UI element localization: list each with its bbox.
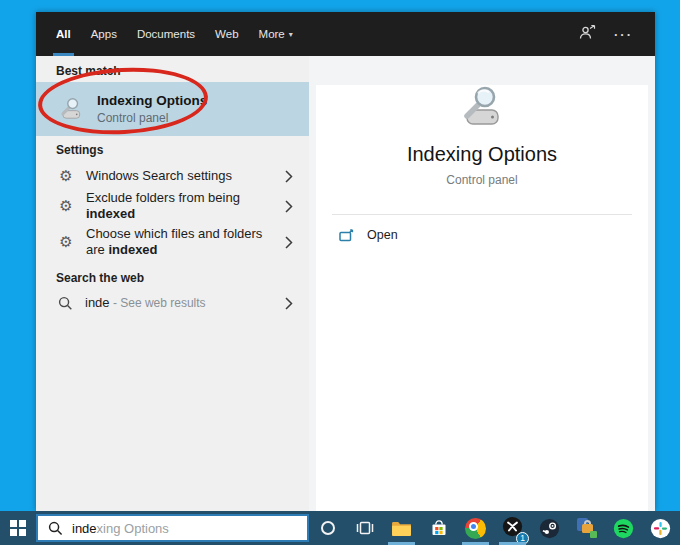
file-explorer-button[interactable] bbox=[383, 511, 420, 545]
settings-section-label: Settings bbox=[56, 143, 309, 157]
best-match-section-label: Best match bbox=[56, 56, 309, 78]
steam-icon bbox=[539, 518, 560, 539]
result-label: Exclude folders from being indexed bbox=[86, 190, 278, 223]
tab-apps-label: Apps bbox=[91, 28, 117, 40]
settings-result-choose-files[interactable]: ⚙ Choose which files and folders are ind… bbox=[36, 222, 309, 262]
tab-more[interactable]: More▾ bbox=[259, 12, 293, 56]
desktop: All Apps Documents Web More▾ ··· Best ma… bbox=[0, 0, 680, 545]
tab-documents-label: Documents bbox=[137, 28, 195, 40]
gear-icon: ⚙ bbox=[58, 197, 74, 215]
tab-all[interactable]: All bbox=[56, 12, 71, 56]
more-options-icon[interactable]: ··· bbox=[614, 27, 633, 42]
result-label: Windows Search settings bbox=[86, 168, 278, 184]
xbox-notification-badge: 1 bbox=[516, 532, 529, 545]
settings-result-windows-search[interactable]: ⚙ Windows Search settings bbox=[36, 162, 309, 190]
chrome-icon bbox=[465, 518, 486, 539]
microsoft-store-button[interactable] bbox=[420, 511, 457, 545]
preview-subtitle: Control panel bbox=[316, 173, 648, 187]
spotify-icon bbox=[613, 518, 634, 539]
chevron-right-icon bbox=[285, 236, 293, 249]
xbox-icon: 1 bbox=[502, 516, 523, 541]
tab-web-label: Web bbox=[215, 28, 238, 40]
security-lock-icon bbox=[577, 518, 597, 538]
search-icon bbox=[58, 296, 73, 311]
tab-all-label: All bbox=[56, 28, 71, 40]
start-button[interactable] bbox=[0, 511, 36, 545]
xbox-button[interactable]: 1 bbox=[494, 511, 531, 545]
search-header: All Apps Documents Web More▾ ··· bbox=[36, 12, 655, 56]
slack-button[interactable] bbox=[642, 511, 679, 545]
cortana-icon bbox=[321, 521, 335, 535]
tab-apps[interactable]: Apps bbox=[91, 12, 117, 56]
search-autocomplete-text: xing Options bbox=[97, 521, 169, 536]
gear-icon: ⚙ bbox=[58, 233, 74, 251]
result-label: inde - See web results bbox=[85, 295, 277, 311]
windows-logo-icon bbox=[10, 520, 26, 536]
best-match-title: Indexing Options bbox=[97, 93, 207, 108]
preview-pane: Indexing Options Control panel Open bbox=[309, 56, 655, 511]
best-match-text: Indexing Options Control panel bbox=[97, 93, 207, 125]
indexing-options-icon bbox=[58, 97, 84, 121]
open-action-label: Open bbox=[367, 228, 398, 242]
search-typed-text: inde bbox=[72, 521, 97, 536]
search-icon bbox=[48, 521, 63, 536]
slack-icon bbox=[650, 518, 671, 539]
spotify-button[interactable] bbox=[605, 511, 642, 545]
steam-button[interactable] bbox=[531, 511, 568, 545]
open-window-icon bbox=[339, 229, 354, 242]
indexing-options-icon-large bbox=[458, 85, 506, 129]
settings-result-exclude-folders[interactable]: ⚙ Exclude folders from being indexed bbox=[36, 192, 309, 220]
account-feedback-icon[interactable] bbox=[579, 24, 596, 45]
taskbar: inde xing Options bbox=[0, 511, 680, 545]
web-section-label: Search the web bbox=[56, 271, 309, 285]
results-list: Best match Indexing Options Control pane… bbox=[36, 56, 309, 511]
task-view-button[interactable] bbox=[346, 511, 383, 545]
header-actions: ··· bbox=[579, 12, 655, 56]
microsoft-store-icon bbox=[429, 518, 449, 538]
filter-tabs: All Apps Documents Web More▾ bbox=[56, 12, 293, 56]
best-match-subtitle: Control panel bbox=[97, 111, 207, 125]
gear-icon: ⚙ bbox=[58, 167, 74, 185]
file-explorer-icon bbox=[391, 520, 412, 537]
chevron-right-icon bbox=[285, 200, 293, 213]
chevron-down-icon: ▾ bbox=[289, 30, 293, 39]
start-search-panel: All Apps Documents Web More▾ ··· Best ma… bbox=[36, 12, 655, 511]
preview-title: Indexing Options bbox=[316, 143, 648, 166]
open-action[interactable]: Open bbox=[316, 215, 648, 242]
security-app-button[interactable] bbox=[568, 511, 605, 545]
task-view-icon bbox=[355, 519, 375, 537]
chrome-button[interactable] bbox=[457, 511, 494, 545]
tab-more-label: More bbox=[259, 28, 285, 40]
web-search-result[interactable]: inde - See web results bbox=[36, 289, 309, 317]
taskbar-search-input[interactable]: inde xing Options bbox=[36, 514, 309, 542]
tab-documents[interactable]: Documents bbox=[137, 12, 195, 56]
chevron-right-icon bbox=[285, 170, 293, 183]
chevron-right-icon bbox=[285, 297, 293, 310]
search-results-body: Best match Indexing Options Control pane… bbox=[36, 56, 655, 511]
best-match-result[interactable]: Indexing Options Control panel bbox=[36, 82, 309, 136]
tab-web[interactable]: Web bbox=[215, 12, 238, 56]
cortana-button[interactable] bbox=[309, 511, 346, 545]
preview-card: Indexing Options Control panel Open bbox=[316, 85, 648, 533]
result-label: Choose which files and folders are index… bbox=[86, 226, 278, 259]
